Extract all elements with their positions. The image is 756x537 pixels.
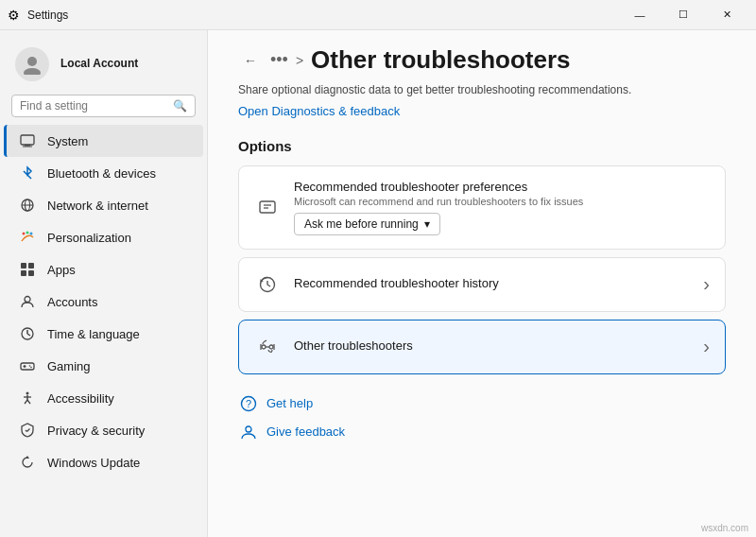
card-content-other: Other troubleshooters [294, 338, 690, 355]
card-row-history: Recommended troubleshooter history› [239, 258, 725, 311]
svg-point-42 [246, 426, 251, 432]
sidebar-item-label-privacy: Privacy & security [47, 424, 145, 438]
card-title-preferences: Recommended troubleshooter preferences [294, 180, 710, 194]
give-feedback-link[interactable]: Give feedback [238, 422, 726, 442]
sidebar-item-time[interactable]: Time & language [4, 318, 203, 350]
sidebar-item-update[interactable]: Windows Update [4, 446, 203, 478]
settings-icon: ⚙ [8, 8, 20, 23]
breadcrumb-arrow: > [296, 53, 303, 68]
sidebar-item-personalization[interactable]: Personalization [4, 221, 203, 253]
description-text: Share optional diagnostic data to get be… [238, 82, 726, 98]
svg-rect-13 [21, 270, 26, 276]
card-title-history: Recommended troubleshooter history [294, 276, 690, 290]
card-preferences[interactable]: Recommended troubleshooter preferencesMi… [238, 165, 726, 250]
bottom-links: ?Get helpGive feedback [238, 393, 726, 442]
avatar [15, 47, 49, 81]
sidebar-item-system[interactable]: System [4, 125, 203, 157]
svg-point-22 [29, 365, 31, 367]
gaming-icon [19, 357, 36, 374]
accounts-icon [19, 293, 36, 310]
svg-text:?: ? [246, 398, 251, 409]
sidebar-item-accounts[interactable]: Accounts [4, 286, 203, 318]
sidebar-item-label-apps: Apps [47, 263, 76, 277]
breadcrumb-dots[interactable]: ••• [270, 50, 288, 70]
get-help-label[interactable]: Get help [266, 396, 313, 410]
update-icon [19, 454, 36, 471]
network-icon [19, 197, 36, 214]
options-heading: Options [238, 138, 726, 154]
svg-rect-4 [23, 147, 32, 147]
time-icon [19, 325, 36, 342]
svg-point-15 [25, 297, 30, 303]
content-area: ← ••• > Other troubleshooters Share opti… [208, 30, 756, 537]
svg-point-9 [26, 232, 29, 234]
card-icon-other [254, 334, 281, 360]
title-bar: ⚙ Settings — ☐ ✕ [0, 0, 756, 30]
close-button[interactable]: ✕ [705, 0, 748, 30]
get-help-link[interactable]: ?Get help [238, 393, 726, 414]
sidebar-item-apps[interactable]: Apps [4, 253, 203, 286]
svg-point-1 [24, 68, 41, 75]
cards-container: Recommended troubleshooter preferencesMi… [238, 165, 726, 374]
sidebar-item-label-accessibility: Accessibility [47, 391, 114, 406]
chevron-right-icon: › [703, 273, 710, 295]
sidebar-item-label-update: Windows Update [47, 456, 140, 470]
watermark: wsxdn.com [701, 523, 748, 533]
user-section: Local Account [0, 38, 207, 95]
personalization-icon [19, 229, 36, 246]
svg-point-0 [27, 57, 37, 66]
give-feedback-label[interactable]: Give feedback [266, 424, 345, 439]
svg-rect-2 [21, 135, 34, 145]
title-bar-title: Settings [27, 9, 68, 22]
troubleshooter-preference-dropdown[interactable]: Ask me before running ▾ [294, 213, 440, 235]
title-bar-controls: — ☐ ✕ [618, 0, 748, 30]
card-other[interactable]: Other troubleshooters› [238, 320, 726, 374]
sidebar-item-label-personalization: Personalization [47, 231, 131, 245]
sidebar-item-network[interactable]: Network & internet [4, 189, 203, 221]
card-title-other: Other troubleshooters [294, 338, 690, 353]
search-box[interactable]: 🔍 [11, 95, 196, 117]
svg-point-36 [269, 345, 273, 349]
sidebar-item-label-bluetooth: Bluetooth & devices [47, 166, 156, 181]
search-icon: 🔍 [173, 99, 187, 113]
card-icon-history [254, 271, 281, 298]
svg-line-28 [27, 400, 30, 404]
svg-point-24 [26, 392, 29, 395]
svg-rect-3 [25, 145, 30, 147]
sidebar-item-label-network: Network & internet [47, 199, 148, 213]
sidebar-item-label-time: Time & language [47, 327, 140, 341]
svg-line-27 [25, 400, 27, 404]
sidebar-item-bluetooth[interactable]: Bluetooth & devices [4, 157, 203, 189]
sidebar-item-label-system: System [47, 134, 88, 148]
minimize-button[interactable]: — [618, 0, 662, 30]
app-body: Local Account 🔍 SystemBluetooth & device… [0, 30, 756, 537]
sidebar-item-gaming[interactable]: Gaming [4, 350, 203, 382]
title-bar-left: ⚙ Settings [8, 8, 68, 23]
sidebar-item-privacy[interactable]: Privacy & security [4, 414, 203, 446]
sidebar-item-label-gaming: Gaming [47, 359, 91, 373]
maximize-button[interactable]: ☐ [662, 0, 705, 30]
system-icon [19, 132, 36, 149]
svg-line-30 [27, 429, 30, 432]
svg-rect-31 [260, 201, 275, 213]
sidebar-item-label-accounts: Accounts [47, 295, 97, 309]
svg-rect-19 [21, 363, 34, 370]
svg-rect-12 [28, 263, 34, 268]
open-diagnostics-link[interactable]: Open Diagnostics & feedback [238, 104, 400, 118]
svg-point-8 [23, 233, 26, 235]
card-content-history: Recommended troubleshooter history [294, 276, 690, 292]
content-header: ← ••• > Other troubleshooters [208, 30, 756, 82]
card-subtitle-preferences: Microsoft can recommend and run troubles… [294, 196, 710, 207]
card-history[interactable]: Recommended troubleshooter history› [238, 257, 726, 312]
apps-icon [19, 261, 36, 278]
content-body: Share optional diagnostic data to get be… [208, 82, 756, 465]
card-row-other: Other troubleshooters› [239, 320, 725, 373]
accessibility-icon [19, 390, 36, 407]
svg-rect-11 [21, 263, 26, 268]
svg-rect-14 [28, 270, 34, 276]
card-content-preferences: Recommended troubleshooter preferencesMi… [294, 180, 710, 235]
back-button[interactable]: ← [238, 51, 263, 70]
search-input[interactable] [20, 99, 167, 113]
sidebar-item-accessibility[interactable]: Accessibility [4, 382, 203, 414]
privacy-icon [19, 422, 36, 439]
